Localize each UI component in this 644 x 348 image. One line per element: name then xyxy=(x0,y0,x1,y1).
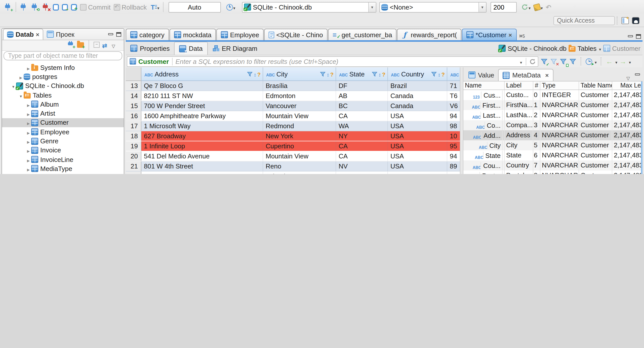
filter-icon[interactable] xyxy=(431,71,437,77)
column-header[interactable]: State xyxy=(336,67,388,81)
column-header[interactable]: Max Le xyxy=(612,81,642,90)
cell-table-name[interactable]: Customer xyxy=(579,90,612,100)
row-number[interactable]: 21 xyxy=(126,161,141,171)
cell-max-length[interactable]: 2,147,483 xyxy=(612,120,642,130)
tab-projects[interactable]: Проек xyxy=(43,29,78,40)
expand-arrow-icon[interactable] xyxy=(26,137,31,145)
chevron-down-icon[interactable] xyxy=(615,58,617,65)
cell-ordinal[interactable]: 0 xyxy=(533,90,540,100)
column-header[interactable]: Address xyxy=(141,67,263,81)
cell-address[interactable]: 1 Microsoft Way xyxy=(141,121,263,131)
editor-tab[interactable]: get_customer_ba xyxy=(328,29,397,40)
cell-country[interactable]: USA xyxy=(388,151,447,161)
cell-type[interactable]: NVARCHAR xyxy=(540,120,579,130)
row-number[interactable]: 16 xyxy=(126,111,141,121)
cell-postalcode[interactable]: T6 xyxy=(447,91,460,101)
row-number[interactable]: 19 xyxy=(126,141,141,151)
cell-max-length[interactable]: 2,147,483 xyxy=(612,140,642,150)
metadata-row[interactable]: First... FirstNa... 1 NVARCHAR Customer … xyxy=(463,100,642,110)
cell-address[interactable]: 1 Infinite Loop xyxy=(141,141,263,151)
column-header[interactable]: Name xyxy=(463,81,505,90)
connect-button[interactable] xyxy=(18,2,29,12)
cell-state[interactable]: AB xyxy=(336,91,388,101)
collapse-all-button[interactable] xyxy=(94,41,100,49)
editor-subtab[interactable]: ER Diagram xyxy=(208,42,262,55)
cell-address[interactable]: 120 S Orange Ave xyxy=(141,171,263,174)
tab-value[interactable]: Value xyxy=(464,69,498,81)
cell-city[interactable]: Mountain View xyxy=(263,151,336,161)
expand-arrow-icon[interactable] xyxy=(26,64,31,71)
cell-state[interactable]: NV xyxy=(336,161,388,171)
tree-item[interactable]: MediaType xyxy=(2,164,124,173)
cell-table-name[interactable]: Customer xyxy=(579,120,612,130)
cell-label[interactable]: Address xyxy=(505,130,533,140)
cell-postalcode[interactable]: 98 xyxy=(447,121,460,131)
apply-filter-button[interactable] xyxy=(540,58,548,65)
view-menu-button[interactable] xyxy=(112,41,119,49)
column-header[interactable]: Country xyxy=(388,67,447,81)
column-header[interactable]: Label xyxy=(505,81,533,90)
tree-item[interactable]: InvoiceLine xyxy=(2,155,124,164)
new-sql-editor-button[interactable] xyxy=(51,3,60,11)
cell-table-name[interactable]: Customer xyxy=(579,140,612,150)
tab-metadata[interactable]: MetaData xyxy=(498,69,553,81)
close-icon[interactable] xyxy=(34,31,39,38)
cell-table-name[interactable]: Customer xyxy=(579,110,612,120)
tab-database-navigator[interactable]: Datab xyxy=(3,29,43,40)
cell-country[interactable]: Brazil xyxy=(388,81,447,91)
cell-address[interactable]: Qe 7 Bloco G xyxy=(141,81,263,91)
cell-ordinal[interactable]: 4 xyxy=(533,130,540,140)
cell-name[interactable]: State xyxy=(463,150,505,160)
question-icon[interactable] xyxy=(330,70,334,78)
cell-label[interactable]: Country xyxy=(505,160,533,170)
refresh-icon[interactable] xyxy=(529,58,536,65)
minimize-button[interactable] xyxy=(633,70,641,78)
paint-format-button[interactable] xyxy=(532,2,544,12)
cell-state[interactable]: DF xyxy=(336,81,388,91)
cell-type[interactable]: NVARCHAR xyxy=(540,110,579,120)
cell-postalcode[interactable]: 94 xyxy=(447,111,460,121)
cell-state[interactable]: CA xyxy=(336,151,388,161)
cell-address[interactable]: 8210 111 ST NW xyxy=(141,91,263,101)
tab-overflow-button[interactable]: 5 xyxy=(517,31,527,40)
question-icon[interactable] xyxy=(382,70,385,78)
cell-country[interactable]: USA xyxy=(388,111,447,121)
cell-name[interactable]: Cus... xyxy=(463,90,505,100)
cell-city[interactable]: Cupertino xyxy=(263,141,336,151)
cell-postalcode[interactable]: V6 xyxy=(447,101,460,111)
database-select-combo[interactable]: SQLite - Chinook.db xyxy=(242,2,376,12)
chevron-down-icon[interactable] xyxy=(628,58,631,65)
cell-max-length[interactable]: 2,147,483 xyxy=(612,130,642,140)
cell-name[interactable]: Last... xyxy=(463,110,505,120)
column-header[interactable]: Type xyxy=(540,81,579,90)
cell-postalcode[interactable]: 10 xyxy=(447,131,460,141)
save-filter-button[interactable] xyxy=(559,58,567,65)
tree-item[interactable]: Playlist xyxy=(2,173,124,174)
cell-ordinal[interactable]: 5 xyxy=(533,140,540,150)
select-all-corner[interactable] xyxy=(126,67,141,81)
row-number[interactable]: 18 xyxy=(126,131,141,141)
maximize-button[interactable] xyxy=(115,30,123,38)
sort-icon[interactable] xyxy=(327,70,329,78)
expand-arrow-icon[interactable] xyxy=(26,110,31,117)
column-header-partial[interactable] xyxy=(447,67,460,81)
cell-type[interactable]: NVARCHAR xyxy=(540,140,579,150)
cell-address[interactable]: 627 Broadway xyxy=(141,131,263,141)
open-sql-console-button[interactable] xyxy=(60,3,69,11)
cell-table-name[interactable]: Customer xyxy=(579,100,612,110)
query-history-button[interactable] xyxy=(225,2,237,12)
sort-icon[interactable] xyxy=(254,70,256,78)
disconnect-button[interactable] xyxy=(40,2,51,12)
new-folder-button[interactable] xyxy=(77,41,84,49)
editor-tab[interactable]: mockdata xyxy=(170,29,216,40)
custom-filter-button[interactable] xyxy=(569,58,577,65)
cell-postalcode[interactable]: 32 xyxy=(447,171,460,174)
combo-dropdown-button[interactable] xyxy=(368,2,376,12)
maximize-button[interactable] xyxy=(634,32,642,40)
view-menu-icon[interactable] xyxy=(626,74,633,81)
cell-label[interactable]: Custo... xyxy=(505,90,533,100)
filter-history-dropdown[interactable] xyxy=(519,58,523,65)
sort-icon[interactable] xyxy=(438,70,440,78)
expand-arrow-icon[interactable] xyxy=(26,165,31,172)
filter-icon[interactable] xyxy=(320,71,326,77)
